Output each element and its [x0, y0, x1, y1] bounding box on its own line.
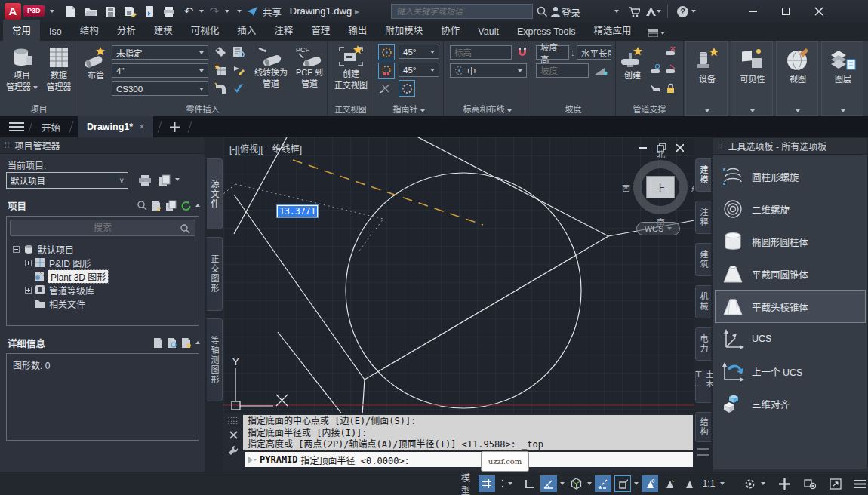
- ribbon-tab-express-tools[interactable]: Express Tools: [508, 23, 585, 41]
- details-preview-icon[interactable]: [167, 337, 177, 348]
- visibility-button[interactable]: 可见性: [734, 46, 771, 85]
- equipment-panel-caret-icon[interactable]: [705, 109, 709, 112]
- layers-panel-caret-icon[interactable]: [841, 109, 845, 112]
- viewcube-west[interactable]: 西: [622, 182, 630, 194]
- ribbon-tab-iso[interactable]: Iso: [40, 23, 71, 41]
- panel-label-slope[interactable]: 坡度: [531, 103, 615, 115]
- slope-run-box[interactable]: 水平长度: [577, 45, 611, 60]
- gear-caret-icon[interactable]: [761, 482, 765, 485]
- elevation-input[interactable]: [450, 45, 512, 60]
- snap-toggle[interactable]: [498, 475, 515, 492]
- tree-item-related-files[interactable]: 相关文件: [13, 297, 108, 310]
- compass-snap-toggle[interactable]: [378, 63, 395, 79]
- tree-item-default-project[interactable]: 默认项目: [13, 242, 108, 256]
- object-snap-tracking-toggle[interactable]: [595, 475, 611, 492]
- pcf-to-pipe-button[interactable]: PCF PCF 到 管道: [293, 45, 326, 89]
- app-menu-caret-icon[interactable]: [50, 10, 54, 13]
- panel-label-ortho-views[interactable]: 正交视图: [328, 103, 374, 115]
- equipment-button[interactable]: 设备: [689, 46, 725, 85]
- routing-select[interactable]: 中: [450, 63, 527, 78]
- support-detach-icon[interactable]: [663, 44, 678, 59]
- scale-caret-icon[interactable]: [720, 482, 725, 485]
- maximize-button[interactable]: [773, 2, 799, 21]
- tool-2d-spiral[interactable]: 二维螺旋: [716, 193, 865, 225]
- command-customize-wrench-icon[interactable]: [228, 445, 239, 457]
- viewport-controls[interactable]: [-][俯视][二维线框]: [229, 142, 302, 155]
- drawing-canvas[interactable]: Y [-][俯视][二维线框] 13.3771 北 南 西 东 上 WCS: [223, 137, 694, 413]
- details-collapse-icon[interactable]: [195, 341, 200, 344]
- ribbon-display-toggle[interactable]: [648, 29, 665, 37]
- slope-rise-box[interactable]: 坡度高: [536, 45, 569, 60]
- panel-label-compass[interactable]: 指南针: [374, 103, 443, 115]
- tree-item-pid-drawings[interactable]: P&ID 图形: [13, 256, 108, 269]
- tree-search-input[interactable]: [11, 220, 195, 235]
- support-disconnect-icon[interactable]: [663, 62, 678, 77]
- dynamic-input-field[interactable]: 13.3771: [276, 204, 319, 218]
- tool-elliptical-cylinder[interactable]: 椭圆形圆柱体: [716, 226, 865, 257]
- annotation-scale-icon[interactable]: [681, 475, 697, 492]
- details-history-icon[interactable]: [181, 337, 192, 348]
- tree-item-plant3d-drawings[interactable]: Plant 3D 图形: [13, 269, 108, 283]
- copy-drawing-icon[interactable]: [165, 200, 177, 211]
- redo-caret-icon[interactable]: [225, 10, 229, 13]
- ribbon-tab-structure[interactable]: 结构: [71, 20, 108, 41]
- project-section-collapse-icon[interactable]: [195, 204, 200, 207]
- project-manager-button[interactable]: 项目 管理器: [5, 45, 39, 92]
- save-icon[interactable]: [101, 3, 119, 20]
- open-folder-icon[interactable]: [82, 3, 100, 20]
- elevation-magnet-icon[interactable]: [515, 45, 530, 60]
- support-attach-icon[interactable]: [648, 62, 663, 77]
- print-icon[interactable]: [160, 3, 178, 20]
- side-tab-ortho-drawings[interactable]: 正交图形: [207, 237, 223, 311]
- tool-ucs-previous[interactable]: 上一个 UCS: [716, 355, 865, 387]
- vp-minimize-icon[interactable]: [639, 147, 647, 149]
- ribbon-tab-featured-apps[interactable]: 精选应用: [585, 20, 641, 41]
- cart-icon[interactable]: [625, 3, 643, 20]
- line-to-pipe-button[interactable]: 线转换为 管道: [249, 45, 293, 89]
- compass-toggle[interactable]: [378, 44, 395, 60]
- tool-3d-align[interactable]: 三维对齐: [716, 388, 865, 420]
- sign-in-label[interactable]: 登录: [562, 5, 580, 20]
- tree-search-glass-icon[interactable]: [180, 223, 190, 234]
- command-suggest-icon[interactable]: [248, 456, 257, 464]
- create-ortho-view-button[interactable]: 创建 正交视图: [330, 45, 372, 91]
- close-button[interactable]: [806, 2, 832, 21]
- tool-palettes-header[interactable]: ⁞⁞工具选项板 - 所有选项板: [713, 138, 867, 155]
- redo-icon[interactable]: ↷: [205, 3, 223, 20]
- tool-frustum-pyramid[interactable]: 平截头棱锥体: [716, 291, 865, 322]
- slope-input[interactable]: [536, 63, 589, 78]
- panel-label-pipe-supports[interactable]: 管道支撑: [616, 103, 683, 115]
- signin-caret-icon[interactable]: [614, 10, 619, 13]
- validate-icon[interactable]: [231, 81, 246, 96]
- command-grip-icon[interactable]: ∷∷∷∷: [228, 417, 238, 425]
- insert-part-icon[interactable]: [213, 63, 228, 78]
- palette-tab-architecture[interactable]: 建筑: [695, 243, 711, 276]
- data-manager-button[interactable]: 数据 管理器: [42, 45, 75, 92]
- tab-close-icon[interactable]: ×: [139, 121, 144, 132]
- model-space-button[interactable]: 模型: [459, 475, 476, 492]
- osnap-caret-icon[interactable]: [634, 482, 639, 485]
- isodraft-caret-icon[interactable]: [587, 482, 592, 485]
- ribbon-tab-visualize[interactable]: 可视化: [182, 20, 229, 41]
- refresh-icon[interactable]: [180, 200, 192, 211]
- project-manager-header[interactable]: ⁞⁞项目管理器: [0, 137, 205, 154]
- compass-angle-select[interactable]: 45°: [399, 45, 439, 59]
- support-seat-icon[interactable]: [648, 80, 663, 95]
- status-menu-icon[interactable]: [851, 475, 868, 492]
- panel-label-part-insertion[interactable]: 零件插入: [78, 103, 327, 115]
- support-lock-icon[interactable]: [663, 80, 678, 95]
- isodraft-toggle[interactable]: [568, 475, 584, 492]
- spec-select[interactable]: 未指定: [112, 45, 208, 60]
- panel-label-project[interactable]: 项目: [0, 103, 78, 115]
- polar-caret-icon[interactable]: [560, 482, 565, 485]
- views-panel-caret-icon[interactable]: [796, 109, 800, 112]
- tool-cylindrical-helix[interactable]: 圆柱形螺旋: [716, 161, 865, 192]
- ribbon-tab-analysis[interactable]: 分析: [108, 20, 145, 41]
- plot-icon[interactable]: [140, 3, 159, 20]
- object-snap-toggle[interactable]: [614, 475, 631, 492]
- collapse-icon[interactable]: [13, 246, 20, 253]
- palette-tab-mechanical[interactable]: 机械: [695, 285, 711, 318]
- app-logo-icon[interactable]: A: [5, 3, 21, 20]
- tag-icon[interactable]: [213, 45, 228, 60]
- compass-display-toggle[interactable]: [399, 80, 415, 97]
